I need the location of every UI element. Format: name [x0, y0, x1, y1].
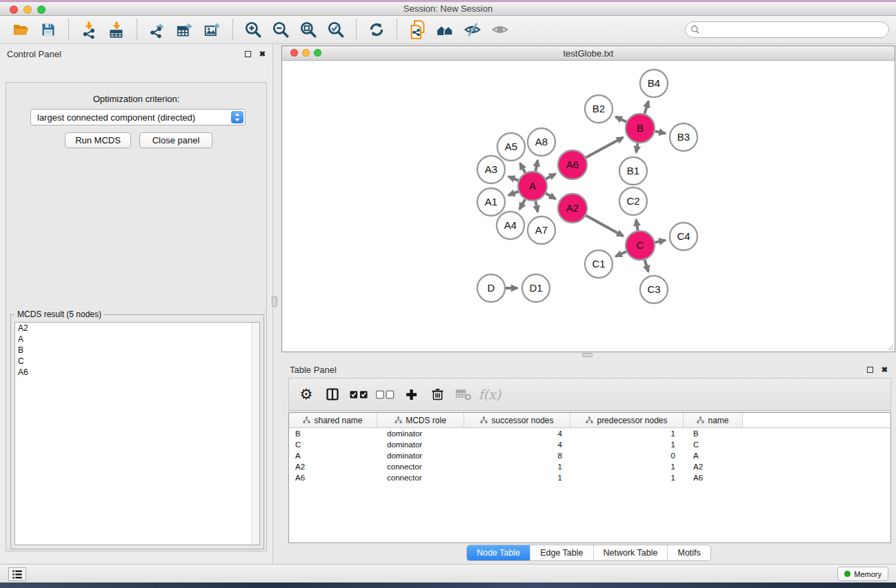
mcds-result-item[interactable]: A2: [15, 323, 259, 334]
table-cell[interactable]: C: [289, 440, 377, 449]
tab-edge-table[interactable]: Edge Table: [530, 545, 593, 560]
float-table-panel-icon[interactable]: [867, 367, 873, 373]
graph-node-B2[interactable]: B2: [585, 95, 613, 123]
graph-edge-A-A1[interactable]: [508, 192, 518, 195]
search-input[interactable]: [685, 21, 889, 38]
show-columns-icon[interactable]: [319, 381, 346, 408]
graph-edge-A-A8[interactable]: [535, 161, 537, 172]
delete-column-trash-icon[interactable]: [424, 381, 450, 408]
graph-edge-A-A5[interactable]: [520, 163, 526, 173]
close-panel-icon[interactable]: ✖: [259, 50, 266, 58]
tab-node-table[interactable]: Node Table: [467, 545, 530, 560]
graph-node-B[interactable]: B: [626, 114, 655, 143]
table-cell[interactable]: 1: [570, 463, 684, 471]
table-cell[interactable]: 4: [464, 440, 570, 449]
graph-node-A7[interactable]: A7: [528, 216, 555, 244]
graph-node-D[interactable]: D: [477, 274, 505, 302]
memory-button[interactable]: Memory: [837, 567, 888, 581]
table-row[interactable]: A6connector11A6: [289, 472, 890, 483]
graph-node-A5[interactable]: A5: [497, 133, 525, 161]
table-cell[interactable]: 4: [464, 429, 570, 438]
table-cell[interactable]: A6: [289, 474, 377, 482]
import-table-icon[interactable]: [103, 17, 130, 42]
graph-node-C1[interactable]: C1: [585, 250, 613, 278]
graph-node-A4[interactable]: A4: [497, 212, 524, 239]
zoom-out-icon[interactable]: [267, 17, 295, 42]
table-cell[interactable]: A2: [684, 463, 743, 471]
table-cell[interactable]: B: [289, 429, 377, 438]
float-panel-icon[interactable]: [245, 51, 251, 57]
window-resize-grip[interactable]: [886, 343, 894, 351]
table-cell[interactable]: dominator: [377, 429, 464, 438]
table-cell[interactable]: 1: [464, 463, 570, 471]
table-cell[interactable]: C: [684, 440, 743, 449]
graph-node-A3[interactable]: A3: [477, 156, 505, 183]
graph-node-C2[interactable]: C2: [619, 187, 647, 215]
network-canvas[interactable]: B4B2BB3A8A5A6A3B1AA1C2A2A4A7C4CC1C3DD1: [282, 61, 895, 352]
table-cell[interactable]: 1: [570, 429, 684, 438]
table-row[interactable]: Cdominator41C: [289, 439, 890, 450]
table-row[interactable]: Bdominator41B: [289, 428, 890, 439]
graph-edge-B-B2[interactable]: [616, 116, 627, 121]
mcds-result-item[interactable]: C: [15, 356, 259, 367]
table-cell[interactable]: 1: [570, 440, 684, 449]
table-cell[interactable]: connector: [377, 474, 464, 482]
minimize-network-window-button[interactable]: [302, 49, 310, 57]
import-network-icon[interactable]: [75, 17, 103, 42]
table-cell[interactable]: connector: [377, 463, 464, 471]
zoom-window-button[interactable]: [37, 6, 46, 14]
graph-node-A1[interactable]: A1: [477, 188, 505, 216]
table-cell[interactable]: B: [684, 429, 743, 438]
graph-edge-B-B1[interactable]: [636, 143, 637, 153]
create-column-icon[interactable]: [398, 381, 424, 408]
graph-edge-A-A6[interactable]: [546, 174, 555, 179]
unselect-all-columns-icon[interactable]: [372, 381, 398, 408]
criterion-select[interactable]: largest connected component (directed): [30, 109, 246, 125]
graph-node-A8[interactable]: A8: [528, 128, 555, 156]
new-network-from-selection-icon[interactable]: [404, 17, 431, 42]
graph-node-A6[interactable]: A6: [558, 150, 587, 179]
graph-edge-B-B4[interactable]: [645, 101, 649, 114]
show-task-history-button[interactable]: [8, 567, 26, 581]
column-header-successor-nodes[interactable]: successor nodes: [464, 413, 570, 427]
table-cell[interactable]: dominator: [377, 452, 464, 460]
zoom-network-window-button[interactable]: [314, 49, 321, 57]
graph-node-B3[interactable]: B3: [670, 123, 697, 151]
column-header-shared-name[interactable]: shared name: [289, 413, 377, 427]
refresh-icon[interactable]: [363, 17, 390, 42]
vertical-splitter-handle[interactable]: [272, 296, 277, 307]
column-header-MCDS-role[interactable]: MCDS role: [377, 413, 464, 427]
close-window-button[interactable]: [10, 6, 18, 14]
column-header-predecessor-nodes[interactable]: predecessor nodes: [570, 413, 684, 427]
hide-selection-icon[interactable]: [459, 17, 486, 42]
close-network-window-button[interactable]: [290, 49, 298, 57]
show-all-icon[interactable]: [486, 17, 514, 42]
graph-node-B4[interactable]: B4: [640, 70, 668, 97]
graph-edge-A-A3[interactable]: [508, 176, 519, 181]
table-cell[interactable]: 0: [570, 452, 684, 460]
close-panel-button[interactable]: Close panel: [139, 132, 212, 148]
graph-edge-A-A2[interactable]: [546, 194, 555, 199]
graph-edge-C-C3[interactable]: [645, 260, 648, 272]
graph-node-C3[interactable]: C3: [640, 276, 668, 303]
table-cell[interactable]: A6: [684, 474, 743, 482]
table-cell[interactable]: A: [289, 452, 377, 460]
column-header-name[interactable]: name: [684, 413, 743, 427]
graph-node-C[interactable]: C: [626, 231, 655, 260]
graph-node-A2[interactable]: A2: [558, 194, 587, 223]
graph-edge-A2-C[interactable]: [586, 216, 623, 236]
export-image-icon[interactable]: [199, 17, 226, 42]
export-network-icon[interactable]: [143, 17, 171, 42]
graph-edge-A6-B[interactable]: [586, 137, 623, 157]
graph-edge-C-C1[interactable]: [616, 252, 626, 256]
run-mcds-button[interactable]: Run MCDS: [65, 132, 131, 148]
mcds-list-scrollbar[interactable]: [251, 323, 259, 545]
graph-edge-C-C2[interactable]: [636, 220, 637, 231]
zoom-selected-icon[interactable]: [322, 17, 350, 42]
zoom-fit-icon[interactable]: [295, 17, 322, 42]
table-cell[interactable]: 1: [570, 474, 684, 482]
horizontal-splitter-handle[interactable]: [582, 353, 593, 357]
graph-node-A[interactable]: A: [518, 172, 547, 201]
first-neighbors-icon[interactable]: [431, 17, 459, 42]
graph-edge-B-B3[interactable]: [655, 131, 666, 133]
